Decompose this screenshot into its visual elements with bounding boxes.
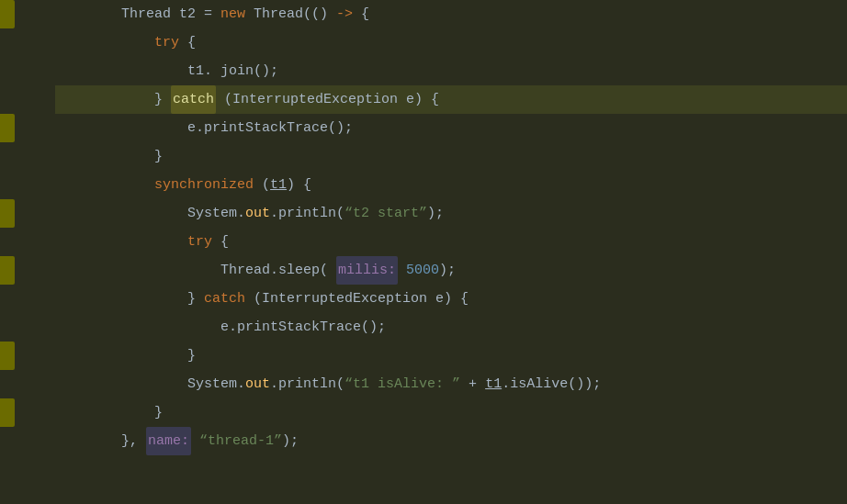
code-token: { — [212, 228, 229, 256]
code-token: “t2 start” — [344, 199, 427, 228]
code-token: ); — [427, 199, 444, 228]
code-line-highlighted: } catch (InterruptedException e) { — [55, 85, 847, 114]
gutter-marker — [0, 0, 15, 28]
code-token: “thread-1” — [199, 427, 282, 455]
code-line: } — [55, 398, 847, 427]
code-token: } — [55, 398, 163, 427]
hint-label: name: — [146, 427, 191, 455]
code-editor: Thread t2 = new Thread(() -> { try { t1.… — [0, 0, 847, 504]
code-token: ); — [439, 256, 456, 285]
code-token — [55, 28, 154, 57]
code-line: Thread.sleep( millis: 5000); — [55, 256, 847, 285]
code-token: ( — [254, 171, 270, 199]
code-line: } catch (InterruptedException e) { — [55, 285, 847, 313]
code-line: } — [55, 142, 847, 171]
code-token: synchronized — [154, 171, 254, 199]
code-token: try — [187, 228, 212, 256]
code-token: } — [55, 85, 171, 114]
code-token: 5000 — [398, 256, 439, 285]
gutter-marker — [0, 114, 15, 142]
code-token: .isAlive()); — [502, 370, 601, 398]
code-token — [55, 171, 154, 199]
code-token: new — [220, 0, 245, 28]
editor-gutter — [0, 0, 46, 504]
gutter-marker — [0, 199, 15, 228]
code-line: e.printStackTrace(); — [55, 313, 847, 342]
code-token: out — [245, 370, 270, 398]
code-token: .println( — [270, 370, 344, 398]
code-token: e.printStackTrace(); — [55, 114, 353, 142]
code-token: System. — [55, 199, 245, 228]
code-line: System.out.println(“t1 isAlive: ” + t1.i… — [55, 370, 847, 398]
code-line: }, name: “thread-1”); — [55, 427, 847, 455]
gutter-marker — [0, 342, 15, 370]
code-token: “t1 isAlive: ” — [344, 370, 460, 398]
code-token: .println( — [270, 199, 344, 228]
code-line: t1. join(); — [55, 57, 847, 85]
code-line: try { — [55, 28, 847, 57]
code-token: + — [460, 370, 485, 398]
code-token: t1. join(); — [55, 57, 278, 85]
code-token: Thread t2 = — [55, 0, 220, 28]
hint-label: millis: — [336, 256, 398, 285]
code-line: Thread t2 = new Thread(() -> { — [55, 0, 847, 28]
gutter-marker — [0, 256, 15, 285]
code-token: catch — [204, 285, 245, 313]
code-token: } — [55, 342, 196, 370]
code-token: { — [179, 28, 196, 57]
code-line: } — [55, 342, 847, 370]
code-token — [191, 427, 199, 455]
code-token: System. — [55, 370, 245, 398]
code-token: -> — [336, 0, 353, 28]
code-line: synchronized (t1) { — [55, 171, 847, 199]
catch-keyword: catch — [171, 85, 216, 114]
code-line: try { — [55, 228, 847, 256]
code-token: t1 — [485, 370, 502, 398]
code-token: e.printStackTrace(); — [55, 313, 386, 342]
code-token: Thread(() — [245, 0, 336, 28]
code-token: ) { — [287, 171, 311, 199]
code-token: } — [55, 285, 204, 313]
code-line: e.printStackTrace(); — [55, 114, 847, 142]
code-token: t1 — [270, 171, 287, 199]
code-token: (InterruptedException e) { — [216, 85, 439, 114]
code-line: System.out.println(“t2 start”); — [55, 199, 847, 228]
code-token: try — [154, 28, 179, 57]
code-content: Thread t2 = new Thread(() -> { try { t1.… — [46, 0, 847, 504]
code-token: }, — [55, 427, 146, 455]
code-token — [55, 228, 187, 256]
code-token: { — [353, 0, 369, 28]
code-token: Thread.sleep( — [55, 256, 336, 285]
code-token: (InterruptedException e) { — [245, 285, 469, 313]
code-token: } — [55, 142, 163, 171]
gutter-marker — [0, 398, 15, 427]
code-token: ); — [282, 427, 299, 455]
code-token: out — [245, 199, 270, 228]
